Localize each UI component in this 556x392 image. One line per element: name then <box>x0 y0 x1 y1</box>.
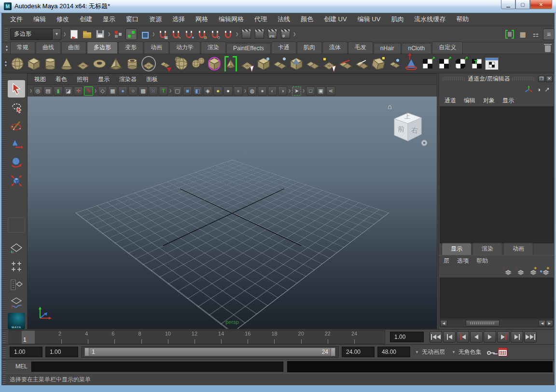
group-collapse-separator[interactable]: ❯ <box>63 28 67 40</box>
script-language-toggle[interactable]: MEL <box>15 363 28 370</box>
layer-editor-tab[interactable]: 显示 <box>442 243 472 255</box>
layer-editor-menu-item[interactable]: 选项 <box>457 257 469 265</box>
xray-icon[interactable]: ◍ <box>248 86 257 96</box>
channel-box-list[interactable] <box>440 107 554 243</box>
detach-component-button[interactable] <box>370 55 387 72</box>
minimize-button[interactable]: ▁ <box>501 0 515 9</box>
view-cube-front-label[interactable]: 前 <box>398 125 404 133</box>
toolbox-drag-handle[interactable] <box>1 73 7 329</box>
step-back-key-button[interactable] <box>457 331 469 343</box>
go-to-start-button[interactable] <box>430 331 442 343</box>
safe-action-icon[interactable]: ▩ <box>139 86 148 96</box>
occlusion-icon[interactable]: ● <box>234 86 243 96</box>
menu-item[interactable]: 法线 <box>278 15 290 24</box>
step-forward-key-button[interactable] <box>497 331 510 343</box>
speed-fast-icon[interactable]: ↗ <box>544 86 550 93</box>
poly-sphere-button[interactable] <box>9 55 26 72</box>
menu-item[interactable]: 帮助 <box>456 15 469 24</box>
command-input[interactable] <box>31 362 283 372</box>
shelf-tab[interactable]: 多边形 <box>87 42 118 54</box>
playback-start-field[interactable] <box>45 347 78 357</box>
title-safe-icon[interactable]: T <box>159 86 168 96</box>
smooth-button[interactable] <box>206 55 222 72</box>
render-view-button[interactable] <box>240 28 252 40</box>
snap-to-curve-button[interactable]: ∿ <box>170 28 181 40</box>
viewport-canvas[interactable]: ⌂ 上 前 右 persp <box>28 97 437 329</box>
channel-box-toggle[interactable]: ≡ <box>543 28 555 40</box>
shelf-tab[interactable]: nHair <box>374 43 401 54</box>
shelf-tab[interactable]: PaintEffects <box>226 43 271 54</box>
group-collapse-separator[interactable]: ❯ <box>235 28 239 40</box>
channel-manipulator-icon[interactable] <box>525 85 533 94</box>
panel-menu-item[interactable]: 着色 <box>56 75 67 84</box>
menu-item[interactable]: 肌肉 <box>391 15 403 24</box>
shelf-tab[interactable]: nCloth <box>402 43 432 54</box>
home-icon[interactable]: ⌂ <box>388 102 392 111</box>
poly-pipe-button[interactable] <box>124 55 140 72</box>
shelf-tab[interactable]: 变形 <box>118 42 143 54</box>
camera-attributes-icon[interactable]: ▤ <box>43 86 53 96</box>
gate-mask-icon[interactable]: ● <box>118 86 127 96</box>
bevel-button[interactable] <box>354 55 370 72</box>
layer-editor-menu-item[interactable]: 层 <box>444 257 449 265</box>
field-chart-icon[interactable]: ○ <box>128 86 138 96</box>
channel-box-menu-item[interactable]: 对象 <box>483 97 495 105</box>
shadows-icon[interactable]: ● <box>223 86 233 96</box>
open-scene-button[interactable] <box>81 28 93 40</box>
tool-settings-toggle[interactable]: ⚏ <box>530 28 542 40</box>
uv-planar-mapping-button[interactable]: ↗ <box>419 55 436 72</box>
wireframe-icon[interactable]: ▢ <box>173 86 182 96</box>
layer-horizontal-scrollbar[interactable]: ◀ ◀ ▶ <box>440 319 554 327</box>
animation-start-field[interactable] <box>10 347 42 357</box>
animation-end-field[interactable] <box>377 347 410 357</box>
channel-box-menu-item[interactable]: 编辑 <box>464 97 475 105</box>
scene-view-icon[interactable]: □ <box>306 86 315 96</box>
shelf-tab[interactable]: 毛发 <box>348 42 373 54</box>
bridge-button[interactable] <box>305 55 321 72</box>
panel-drag-handle[interactable] <box>443 77 466 81</box>
merge-vertices-button[interactable] <box>387 55 403 72</box>
shelf-tab[interactable]: 动力学 <box>169 42 200 54</box>
append-to-polygon-button[interactable] <box>239 55 255 72</box>
close-button[interactable]: ✕ <box>530 0 552 9</box>
uv-cylindrical-mapping-button[interactable]: ↗ <box>436 55 452 72</box>
play-backwards-button[interactable] <box>470 331 483 343</box>
group-collapse-separator[interactable]: ❯ <box>152 28 155 40</box>
frame-all-icon[interactable]: ▣ <box>316 86 325 96</box>
scrollbar-track[interactable] <box>447 320 539 326</box>
help-line-drag-handle[interactable] <box>2 375 6 384</box>
menu-item[interactable]: 文件 <box>10 15 23 24</box>
select-tool-button[interactable] <box>8 80 25 98</box>
insert-edge-loop-button[interactable] <box>337 55 354 72</box>
resolution-gate-icon[interactable]: ▦ <box>108 86 117 96</box>
bookmark-icon[interactable]: ▮ <box>54 86 63 96</box>
time-tick[interactable]: 12 <box>195 331 221 344</box>
shelf-tab[interactable]: 肌肉 <box>297 42 322 54</box>
time-tick[interactable]: 18 <box>274 331 301 344</box>
combine-button[interactable] <box>173 55 190 72</box>
menu-item[interactable]: 编辑 UV <box>358 15 381 24</box>
film-gate-icon[interactable]: ◇ <box>98 86 107 96</box>
shelf-tab[interactable]: 卡通 <box>271 42 296 54</box>
range-slider[interactable]: 1 24 <box>81 346 339 358</box>
poly-cube-button[interactable] <box>26 55 42 72</box>
separate-button[interactable] <box>190 55 206 72</box>
sculpt-geometry-button[interactable] <box>140 55 157 72</box>
time-slider-drag-handle[interactable] <box>2 331 6 343</box>
layer-editor-tab[interactable]: 动画 <box>503 243 533 255</box>
menu-item[interactable]: 编辑网格 <box>219 15 244 24</box>
go-to-end-button[interactable] <box>524 331 537 343</box>
xray-active-icon[interactable]: ◐ <box>268 86 277 96</box>
quad-draw-button[interactable] <box>222 55 239 72</box>
snap-to-view-plane-button[interactable]: ◇ <box>209 28 221 40</box>
menu-item[interactable]: 颜色 <box>301 15 313 24</box>
shelf-tab[interactable]: 常规 <box>10 42 35 54</box>
safe-title-icon[interactable]: ⁙ <box>149 86 158 96</box>
use-default-material-icon[interactable]: ◈ <box>203 86 212 96</box>
select-by-object-button[interactable] <box>125 28 137 40</box>
poly-cone-button[interactable] <box>58 55 75 72</box>
range-bar[interactable]: 1 24 <box>84 348 335 356</box>
menu-item[interactable]: 创建 UV <box>324 15 347 24</box>
new-scene-button[interactable] <box>68 28 80 40</box>
time-tick[interactable]: 6 <box>114 331 141 344</box>
